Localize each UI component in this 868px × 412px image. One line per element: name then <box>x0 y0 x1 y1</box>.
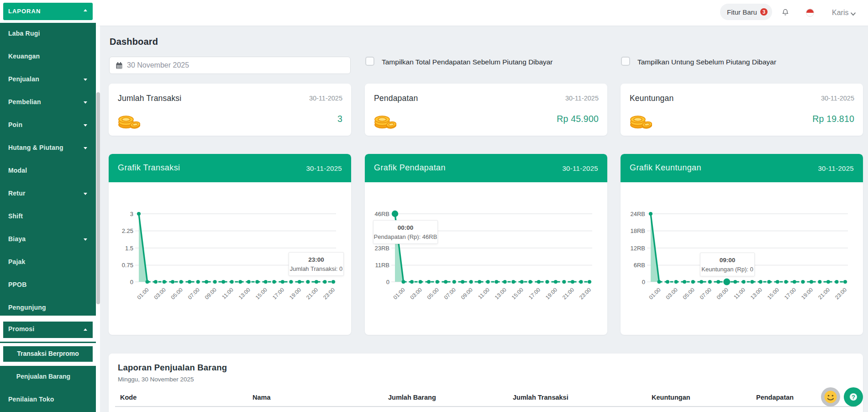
svg-text:13:00: 13:00 <box>237 286 252 301</box>
svg-text:0: 0 <box>386 279 389 285</box>
svg-text:07:00: 07:00 <box>699 286 713 301</box>
svg-text:23:00: 23:00 <box>578 286 592 301</box>
svg-text:15:00: 15:00 <box>510 286 525 301</box>
svg-text:17:00: 17:00 <box>783 286 797 301</box>
svg-text:15:00: 15:00 <box>766 286 780 301</box>
svg-text:23RB: 23RB <box>374 245 389 252</box>
svg-text:01:00: 01:00 <box>392 286 406 301</box>
svg-text:03:00: 03:00 <box>153 286 167 301</box>
svg-text:17:00: 17:00 <box>271 286 285 301</box>
svg-text:21:00: 21:00 <box>561 286 575 301</box>
svg-text:05:00: 05:00 <box>170 286 184 301</box>
svg-text:3: 3 <box>130 211 133 217</box>
svg-text:09:00: 09:00 <box>715 286 730 301</box>
svg-text:0: 0 <box>130 279 133 285</box>
svg-text:09:00: 09:00 <box>204 286 218 301</box>
svg-text:24RB: 24RB <box>630 211 645 217</box>
svg-text:18RB: 18RB <box>630 227 645 234</box>
svg-text:05:00: 05:00 <box>682 286 696 301</box>
svg-text:11:00: 11:00 <box>221 286 235 301</box>
svg-text:19:00: 19:00 <box>288 286 302 301</box>
svg-text:0: 0 <box>642 279 645 285</box>
svg-text:07:00: 07:00 <box>443 286 457 301</box>
svg-text:21:00: 21:00 <box>305 286 319 301</box>
svg-text:01:00: 01:00 <box>136 286 150 301</box>
svg-text:11RB: 11RB <box>375 262 389 269</box>
svg-text:19:00: 19:00 <box>544 286 558 301</box>
svg-text:1.5: 1.5 <box>125 245 133 252</box>
svg-text:03:00: 03:00 <box>665 286 679 301</box>
svg-text:21:00: 21:00 <box>817 286 831 301</box>
svg-text:23:00: 23:00 <box>834 286 848 301</box>
svg-text:6RB: 6RB <box>634 262 645 269</box>
svg-text:13:00: 13:00 <box>494 286 508 301</box>
svg-text:01:00: 01:00 <box>647 286 662 301</box>
svg-text:19:00: 19:00 <box>800 286 814 301</box>
svg-text:17:00: 17:00 <box>527 286 542 301</box>
svg-text:2.25: 2.25 <box>122 227 133 234</box>
svg-text:0.75: 0.75 <box>122 262 133 269</box>
svg-text:23:00: 23:00 <box>322 286 336 301</box>
svg-text:03:00: 03:00 <box>409 286 423 301</box>
svg-text:12RB: 12RB <box>630 245 645 252</box>
svg-text:11:00: 11:00 <box>477 286 491 301</box>
svg-text:13:00: 13:00 <box>749 286 763 301</box>
svg-text:05:00: 05:00 <box>426 286 440 301</box>
svg-text:15:00: 15:00 <box>254 286 268 301</box>
svg-text:07:00: 07:00 <box>187 286 201 301</box>
svg-text:11:00: 11:00 <box>732 286 747 301</box>
svg-text:09:00: 09:00 <box>460 286 474 301</box>
svg-text:46RB: 46RB <box>374 211 389 217</box>
